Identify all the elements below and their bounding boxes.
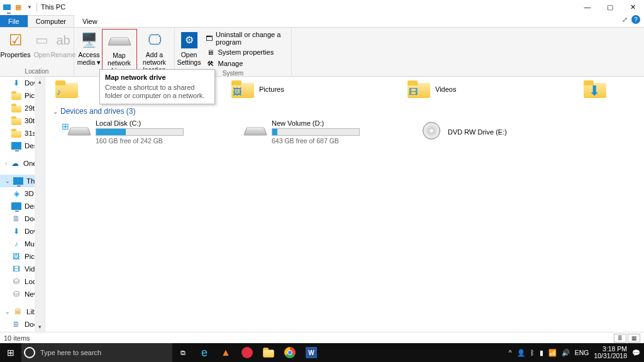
folder-label: Videos (435, 85, 456, 93)
access-media-button[interactable]: 🖥️ Access media ▾ (77, 29, 102, 66)
tray-people-icon[interactable]: 👤 (517, 349, 525, 357)
tray-overflow-icon[interactable]: ^ (509, 349, 512, 356)
tray-clock[interactable]: 3:18 PM 10/31/2018 (594, 346, 627, 359)
task-view-button[interactable]: ⧉ (172, 343, 194, 362)
qat-dropdown-icon[interactable]: ▼ (25, 3, 34, 11)
tray-language[interactable]: ENG (575, 349, 589, 356)
title-bar: ▦ ▼ This PC — ▢ ✕ (0, 0, 644, 14)
drive-new-volume-d[interactable]: New Volume (D:) 643 GB free of 687 GB (244, 119, 395, 145)
open-settings-button[interactable]: ⚙ Open Settings (175, 29, 203, 66)
drive-local-c[interactable]: ⊞ Local Disk (C:) 160 GB free of 242 GB (68, 119, 219, 145)
chevron-down-icon: ⌄ (53, 108, 58, 115)
tab-computer[interactable]: Computer (28, 15, 74, 27)
group-location-label: Location (0, 67, 74, 76)
folder-icon: ♪ (55, 80, 78, 98)
tooltip-title: Map network drive (105, 74, 209, 81)
rename-button: ab Rename (53, 29, 74, 58)
capacity-bar (272, 128, 360, 136)
status-item-count: 10 items (4, 334, 30, 342)
status-bar: 10 items ≣ ▦ (0, 332, 644, 343)
maximize-button[interactable]: ▢ (599, 0, 621, 14)
dvd-icon (423, 122, 440, 140)
uninstall-program-button[interactable]: 🗔Uninstall or change a program (203, 30, 291, 47)
folder-label: Pictures (259, 85, 284, 93)
folder-icon: ⬇ (584, 80, 606, 98)
tray-battery-icon[interactable]: ▮ (540, 349, 543, 356)
taskbar: ⊞ Type here to search ⧉ e ▲ W ^ 👤 ᛒ ▮ 📶 … (0, 343, 644, 362)
folder-icon (11, 129, 21, 138)
system-properties-button[interactable]: 🖥System properties (203, 47, 291, 58)
taskbar-vlc[interactable]: ▲ (215, 343, 236, 362)
drive-free-text: 643 GB free of 687 GB (272, 137, 360, 145)
music-icon: ♪ (11, 239, 21, 249)
search-box[interactable]: Type here to search (21, 343, 172, 362)
tab-view[interactable]: View (74, 15, 106, 27)
pc-icon (3, 3, 11, 11)
content-pane: ♪ 🖼 Pictures 🎞 Videos ⬇ ⌄ Devices and dr… (45, 77, 644, 332)
cube-icon: ◈ (11, 189, 21, 199)
close-button[interactable]: ✕ (621, 0, 644, 14)
folder-icon: 🖼 (231, 80, 254, 98)
folder-icon (11, 116, 21, 125)
desktop-icon (11, 202, 21, 210)
minimize-button[interactable]: — (576, 0, 599, 14)
properties-button[interactable]: ☑ Properties (0, 29, 31, 58)
document-icon: 🗎 (11, 214, 21, 224)
download-icon: ⬇ (11, 226, 21, 236)
scroll-up-icon[interactable]: ▴ (35, 77, 45, 87)
document-icon: 🗎 (11, 319, 21, 329)
tray-notifications-icon[interactable]: 💬 (632, 349, 640, 357)
tray-wifi-icon[interactable]: 📶 (548, 349, 557, 357)
taskbar-opera[interactable] (236, 343, 258, 362)
search-placeholder: Type here to search (40, 349, 101, 356)
tab-file[interactable]: File (0, 15, 28, 27)
ribbon: ☑ Properties ▭ Open ab Rename Location 🖥… (0, 28, 644, 77)
download-icon: ⬇ (11, 78, 21, 88)
tray-volume-icon[interactable]: 🔊 (562, 349, 570, 357)
open-button: ▭ Open (31, 29, 53, 58)
manage-button[interactable]: 🛠Manage (203, 58, 291, 69)
tooltip-body: Create a shortcut to a shared folder or … (105, 84, 209, 100)
folder-downloads-large[interactable]: ⬇ (584, 80, 621, 98)
add-network-location-button[interactable]: 🖵 Add a network location (137, 29, 172, 74)
system-tray: ^ 👤 ᛒ ▮ 📶 🔊 ENG 3:18 PM 10/31/2018 💬 (509, 346, 644, 359)
window-title: This PC (41, 3, 65, 11)
folder-icon (11, 91, 21, 100)
drive-icon: ⛁ (11, 277, 21, 287)
nav-scrollbar[interactable]: ▴ ▾ (35, 77, 45, 332)
scroll-down-icon[interactable]: ▾ (35, 322, 45, 332)
drive-free-text: 160 GB free of 242 GB (96, 137, 184, 145)
folder-pictures[interactable]: 🖼 Pictures (231, 80, 345, 98)
folder-videos[interactable]: 🎞 Videos (408, 80, 521, 98)
drive-name: Local Disk (C:) (96, 119, 184, 127)
drive-name: DVD RW Drive (E:) (448, 128, 507, 136)
pc-icon (13, 177, 23, 185)
libraries-icon: 🏛 (13, 307, 23, 317)
help-icon[interactable]: ? (631, 15, 640, 24)
start-button[interactable]: ⊞ (0, 343, 21, 362)
devices-section-header[interactable]: ⌄ Devices and drives (3) (53, 107, 640, 116)
ribbon-collapse-icon[interactable]: ⤢ (622, 16, 628, 24)
view-large-icons-button[interactable]: ▦ (628, 334, 640, 343)
drive-name: New Volume (D:) (272, 119, 360, 127)
quick-access-toolbar: ▦ ▼ (0, 3, 37, 11)
taskbar-edge[interactable]: e (194, 343, 215, 362)
view-details-button[interactable]: ≣ (614, 334, 626, 343)
drive-icon: ⛁ (11, 289, 21, 299)
taskbar-explorer[interactable] (258, 343, 279, 362)
video-icon: 🎞 (11, 264, 21, 274)
drive-icon (67, 128, 91, 136)
group-location: ☑ Properties ▭ Open ab Rename Location (0, 28, 74, 76)
map-network-drive-button[interactable]: Map network drive ▾ (102, 29, 137, 75)
taskbar-word[interactable]: W (301, 343, 322, 362)
drive-dvd-e[interactable]: DVD RW Drive (E:) (420, 119, 546, 145)
folder-icon: 🎞 (408, 80, 430, 98)
folder-icon (263, 348, 274, 357)
qat-properties-icon[interactable]: ▦ (14, 3, 23, 11)
picture-icon: 🖼 (11, 251, 21, 261)
tray-bluetooth-icon[interactable]: ᛒ (530, 349, 535, 356)
ribbon-tab-row: File Computer View ⤢ ? (0, 14, 644, 28)
taskbar-chrome[interactable] (279, 343, 301, 362)
navigation-pane: ⬇Downloads📌 Pictures📌 29th October 2018 … (0, 77, 45, 332)
desktop-icon (11, 142, 21, 150)
